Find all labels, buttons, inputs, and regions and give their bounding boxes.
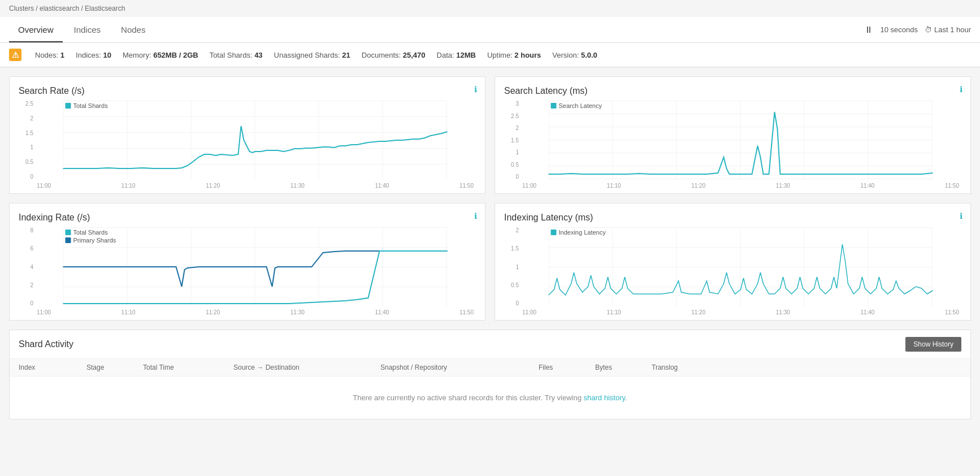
- memory-status: Memory: 652MB / 2GB: [123, 51, 198, 59]
- col-stage: Stage: [86, 364, 143, 371]
- warning-icon: ⚠: [9, 49, 21, 61]
- col-bytes: Bytes: [595, 364, 652, 371]
- time-range: ⏱ Last 1 hour: [925, 25, 971, 34]
- main-content: Search Rate (/s) ℹ 2.521.510.50: [0, 67, 980, 429]
- shard-table-header: Index Stage Total Time Source → Destinat…: [10, 359, 970, 377]
- indexing-rate-info-icon[interactable]: ℹ: [474, 211, 477, 220]
- shard-activity-header: Shard Activity Show History: [10, 330, 970, 359]
- col-translog: Translog: [652, 364, 719, 371]
- search-rate-svg: Total Shards: [34, 101, 476, 180]
- search-latency-chart: 32.521.510.50 Search Latency: [504, 101, 961, 189]
- svg-text:Search Latency: Search Latency: [559, 102, 602, 109]
- indexing-latency-info-icon[interactable]: ℹ: [960, 211, 962, 220]
- uptime-status: Uptime: 2 hours: [487, 51, 541, 59]
- tab-overview[interactable]: Overview: [9, 17, 63, 42]
- col-index: Index: [19, 364, 86, 371]
- search-latency-panel: Search Latency (ms) ℹ 32.521.510.50: [495, 76, 971, 194]
- svg-rect-7: [66, 230, 71, 235]
- shard-history-link[interactable]: shard history: [584, 393, 625, 402]
- svg-rect-11: [549, 227, 933, 306]
- svg-rect-9: [66, 237, 71, 243]
- breadcrumb-elasticsearch-cluster[interactable]: elasticsearch: [40, 5, 79, 12]
- indexing-rate-svg: Total Shards Primary Shards: [34, 227, 476, 306]
- search-rate-chart: 2.521.510.50 Total Shards: [19, 101, 476, 189]
- svg-text:Total Shards: Total Shards: [73, 102, 109, 109]
- indexing-latency-svg: Indexing Latency: [520, 227, 961, 306]
- indexing-rate-y-labels: 86420: [19, 227, 33, 306]
- show-history-button[interactable]: Show History: [905, 337, 961, 352]
- indexing-latency-panel: Indexing Latency (ms) ℹ 21.510.50: [495, 203, 971, 321]
- shard-activity-panel: Shard Activity Show History Index Stage …: [9, 330, 971, 419]
- breadcrumb-clusters[interactable]: Clusters: [9, 5, 34, 12]
- indices-status: Indices: 10: [76, 51, 111, 59]
- unassigned-shards-status: Unassigned Shards: 21: [274, 51, 350, 59]
- indexing-rate-panel: Indexing Rate (/s) ℹ 86420 T: [9, 203, 485, 321]
- search-rate-x-labels: 11:0011:1011:2011:3011:4011:50: [34, 183, 476, 189]
- tab-indices[interactable]: Indices: [65, 17, 110, 42]
- time-interval: 10 seconds: [880, 25, 918, 34]
- charts-grid: Search Rate (/s) ℹ 2.521.510.50: [9, 76, 971, 321]
- clock-icon: ⏱: [925, 25, 932, 34]
- svg-text:Primary Shards: Primary Shards: [73, 237, 116, 244]
- search-rate-y-labels: 2.521.510.50: [19, 101, 33, 180]
- indexing-rate-title: Indexing Rate (/s): [19, 213, 476, 223]
- col-snapshot-repo: Snapshot / Repository: [380, 364, 539, 371]
- search-latency-x-labels: 11:0011:1011:2011:3011:4011:50: [520, 183, 961, 189]
- indexing-latency-chart: 21.510.50 Indexing Latency: [504, 227, 961, 315]
- tab-nodes[interactable]: Nodes: [112, 17, 154, 42]
- status-bar: ⚠ Nodes: 1 Indices: 10 Memory: 652MB / 2…: [0, 43, 980, 67]
- indexing-rate-chart: 86420 Total Shards Primary Shards: [19, 227, 476, 315]
- svg-rect-1: [66, 103, 71, 109]
- breadcrumb: Clusters / elasticsearch / Elasticsearch: [0, 0, 980, 17]
- shard-activity-title: Shard Activity: [19, 339, 73, 349]
- svg-text:Total Shards: Total Shards: [73, 229, 109, 236]
- indexing-latency-title: Indexing Latency (ms): [504, 213, 961, 223]
- pause-button[interactable]: ⏸: [864, 25, 873, 35]
- search-rate-panel: Search Rate (/s) ℹ 2.521.510.50: [9, 76, 485, 194]
- search-rate-title: Search Rate (/s): [19, 86, 476, 96]
- svg-text:Indexing Latency: Indexing Latency: [559, 229, 606, 236]
- tab-controls: ⏸ 10 seconds ⏱ Last 1 hour: [864, 25, 971, 35]
- indexing-latency-y-labels: 21.510.50: [504, 227, 519, 306]
- version-status: Version: 5.0.0: [552, 51, 597, 59]
- svg-rect-3: [549, 101, 933, 180]
- col-total-time: Total Time: [143, 364, 233, 371]
- breadcrumb-current: Elasticsearch: [85, 5, 125, 12]
- nodes-status: Nodes: 1: [35, 51, 64, 59]
- indexing-latency-x-labels: 11:0011:1011:2011:3011:4011:50: [520, 309, 961, 315]
- indexing-rate-x-labels: 11:0011:1011:2011:3011:4011:50: [34, 309, 476, 315]
- total-shards-status: Total Shards: 43: [210, 51, 263, 59]
- documents-status: Documents: 25,470: [362, 51, 426, 59]
- col-files: Files: [539, 364, 595, 371]
- search-latency-svg: Search Latency: [520, 101, 961, 180]
- search-rate-info-icon[interactable]: ℹ: [474, 85, 477, 94]
- svg-rect-4: [551, 103, 557, 109]
- search-latency-y-labels: 32.521.510.50: [504, 101, 519, 180]
- tabs-bar: Overview Indices Nodes ⏸ 10 seconds ⏱ La…: [0, 17, 980, 43]
- shard-empty-message: There are currently no active shard reco…: [10, 377, 970, 419]
- search-latency-title: Search Latency (ms): [504, 86, 961, 96]
- col-source-dest: Source → Destination: [233, 364, 380, 371]
- svg-rect-12: [551, 230, 557, 235]
- search-latency-info-icon[interactable]: ℹ: [960, 85, 962, 94]
- data-status: Data: 12MB: [437, 51, 476, 59]
